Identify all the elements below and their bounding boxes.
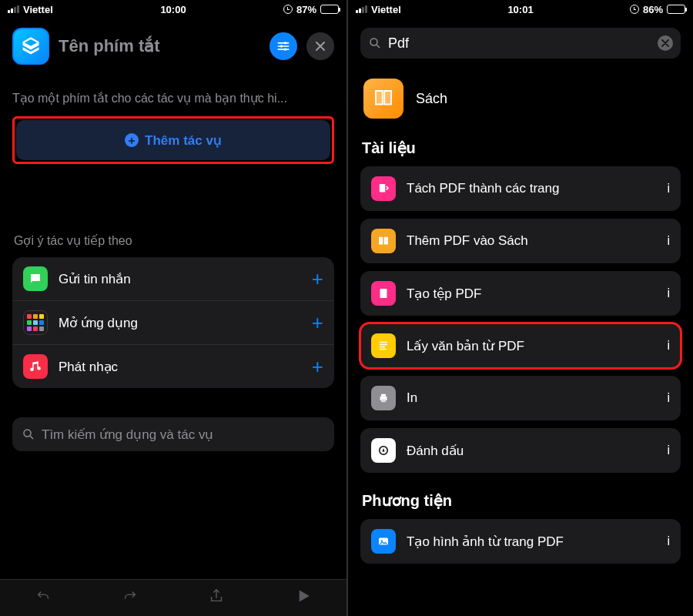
- svg-point-0: [284, 42, 286, 44]
- redo-button[interactable]: [122, 588, 139, 608]
- status-bar: Viettel 10:01 86%: [348, 0, 693, 17]
- close-icon: [315, 41, 326, 52]
- svg-point-5: [370, 38, 377, 45]
- search-bar[interactable]: [360, 28, 681, 59]
- clear-search-button[interactable]: [658, 35, 673, 51]
- clock: 10:01: [507, 4, 533, 15]
- svg-point-2: [284, 49, 286, 51]
- close-icon: [661, 39, 669, 47]
- phone-left: Viettel 10:00 87% Tên phím tắt Tạo một p…: [0, 0, 346, 616]
- info-button[interactable]: i: [667, 391, 670, 405]
- info-button[interactable]: i: [667, 286, 670, 300]
- svg-line-4: [30, 436, 33, 439]
- image-from-pdf-icon: [371, 529, 396, 554]
- section-media: Phương tiện: [362, 491, 681, 510]
- play-button[interactable]: [295, 588, 312, 608]
- suggestions-title: Gợi ý tác vụ tiếp theo: [14, 233, 334, 248]
- action-row[interactable]: In i: [360, 376, 681, 420]
- suggestion-label: Mở ứng dụng: [59, 315, 301, 331]
- svg-rect-11: [381, 400, 386, 403]
- action-label: Tạo hình ảnh từ trang PDF: [407, 534, 656, 550]
- header: Tên phím tắt: [0, 17, 346, 72]
- carrier-label: Viettel: [371, 4, 401, 15]
- suggestions-list: Gửi tin nhắn + Mở ứng dụng + Phá: [12, 257, 334, 388]
- action-row-highlighted[interactable]: Lấy văn bản từ PDF i: [360, 323, 681, 368]
- svg-rect-8: [380, 289, 387, 298]
- close-button[interactable]: [306, 32, 334, 60]
- search-field[interactable]: Tìm kiếm ứng dụng và tác vụ: [12, 417, 334, 451]
- print-icon: [371, 386, 396, 410]
- suggestion-row[interactable]: Gửi tin nhắn +: [12, 257, 334, 301]
- action-row[interactable]: Đánh dấu i: [360, 428, 681, 473]
- apps-icon: [23, 310, 48, 335]
- phone-right: Viettel 10:01 86% Sách Tài liệu Tách PDF…: [346, 0, 693, 616]
- books-icon: [371, 229, 396, 253]
- shortcut-icon[interactable]: [12, 28, 49, 65]
- signal-icon: [356, 5, 367, 13]
- svg-rect-10: [381, 394, 386, 397]
- add-action-label: Thêm tác vụ: [145, 132, 222, 149]
- svg-line-6: [377, 45, 380, 48]
- info-button[interactable]: i: [667, 234, 670, 248]
- battery-icon: [320, 5, 339, 14]
- clock: 10:00: [160, 4, 186, 15]
- status-bar: Viettel 10:00 87%: [0, 0, 346, 17]
- action-label: Lấy văn bản từ PDF: [407, 338, 656, 354]
- app-result-label: Sách: [416, 91, 447, 107]
- alarm-icon: [283, 5, 293, 14]
- share-button[interactable]: [208, 588, 225, 608]
- action-label: In: [407, 390, 656, 406]
- suggestion-label: Phát nhạc: [59, 359, 301, 375]
- add-action-button[interactable]: ＋ Thêm tác vụ: [16, 120, 330, 160]
- action-row[interactable]: Tạo hình ảnh từ trang PDF i: [360, 519, 681, 564]
- extract-text-icon: [371, 333, 396, 358]
- books-app-icon: [363, 79, 403, 119]
- markup-icon: [371, 438, 396, 463]
- battery-icon: [667, 5, 685, 14]
- info-button[interactable]: i: [667, 534, 670, 548]
- info-button[interactable]: i: [667, 339, 670, 353]
- battery-pct: 87%: [296, 4, 316, 15]
- suggestion-label: Gửi tin nhắn: [59, 271, 301, 287]
- suggestion-row[interactable]: Mở ứng dụng +: [12, 301, 334, 345]
- undo-button[interactable]: [35, 588, 52, 608]
- action-label: Đánh dấu: [407, 443, 656, 459]
- alarm-icon: [630, 5, 639, 14]
- signal-icon: [8, 5, 19, 13]
- plus-icon: ＋: [125, 133, 139, 147]
- search-placeholder: Tìm kiếm ứng dụng và tác vụ: [42, 427, 213, 443]
- svg-rect-7: [380, 184, 386, 192]
- split-pdf-icon: [371, 176, 396, 201]
- info-button[interactable]: i: [667, 182, 670, 196]
- search-input[interactable]: [388, 35, 651, 52]
- info-button[interactable]: i: [667, 444, 670, 457]
- music-icon: [23, 354, 48, 379]
- add-icon[interactable]: +: [312, 355, 323, 379]
- messages-icon: [23, 266, 48, 291]
- action-label: Tách PDF thành các trang: [407, 181, 656, 196]
- carrier-label: Viettel: [23, 4, 53, 15]
- action-label: Thêm PDF vào Sách: [407, 233, 656, 249]
- search-icon: [368, 36, 382, 50]
- action-row[interactable]: Tạo tệp PDF i: [360, 271, 681, 316]
- app-result-row[interactable]: Sách: [363, 79, 681, 119]
- action-label: Tạo tệp PDF: [407, 286, 656, 302]
- svg-point-3: [24, 430, 31, 437]
- search-icon: [22, 427, 35, 441]
- suggestion-row[interactable]: Phát nhạc +: [12, 345, 334, 388]
- settings-button[interactable]: [270, 32, 297, 60]
- battery-pct: 86%: [643, 4, 663, 15]
- create-pdf-icon: [371, 281, 396, 306]
- section-documents: Tài liệu: [362, 139, 681, 157]
- toolbar: [0, 579, 346, 616]
- add-icon[interactable]: +: [312, 267, 323, 291]
- intro-text: Tạo một phím tắt cho các tác vụ mà bạn t…: [12, 91, 334, 105]
- svg-point-1: [280, 45, 283, 47]
- add-action-highlight: ＋ Thêm tác vụ: [12, 116, 334, 164]
- add-icon[interactable]: +: [312, 311, 323, 335]
- shortcut-title[interactable]: Tên phím tắt: [59, 36, 260, 56]
- action-row[interactable]: Tách PDF thành các trang i: [360, 166, 681, 211]
- action-row[interactable]: Thêm PDF vào Sách i: [360, 219, 681, 263]
